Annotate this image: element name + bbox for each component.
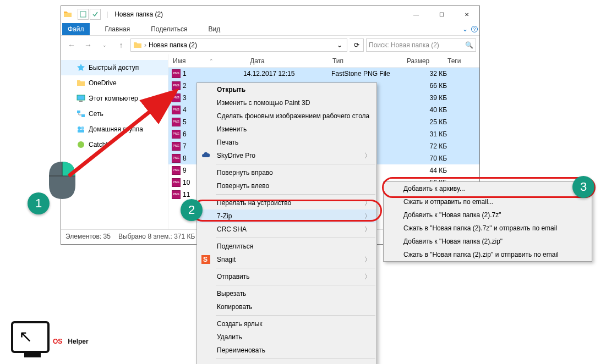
refresh-button[interactable]: ⟳ — [350, 38, 364, 52]
menu-item[interactable]: Повернуть влево — [197, 179, 376, 192]
submenu-item-label: Добавить к архиву... — [403, 185, 465, 192]
menu-item[interactable]: Свойства — [197, 361, 376, 364]
context-submenu-7zip: Добавить к архиву...Сжать и отправить по… — [383, 181, 592, 262]
address-bar[interactable]: › Новая папка (2) ⌄ — [130, 38, 347, 52]
menu-separator — [216, 164, 375, 164]
back-button[interactable]: ← — [64, 38, 79, 52]
submenu-item[interactable]: Добавить к "Новая папка (2).7z" — [384, 208, 592, 222]
menu-item-label: Повернуть вправо — [217, 169, 273, 177]
menu-item[interactable]: Изменить — [197, 123, 376, 136]
menu-item[interactable]: Открыть — [197, 83, 376, 96]
logo-cursor-icon: ↖ — [19, 327, 32, 346]
menu-item[interactable]: CRC SHA〉 — [197, 223, 376, 236]
menu-item-label: Открыть — [217, 86, 245, 93]
menu-item[interactable]: Повернуть вправо — [197, 166, 376, 179]
menu-item[interactable]: Удалить — [197, 330, 376, 344]
sidebar-item[interactable]: Этот компьютер — [61, 91, 168, 106]
menu-item[interactable]: Отправить〉 — [197, 270, 376, 283]
tab-share[interactable]: Поделиться — [145, 23, 193, 35]
sidebar-item-label: Этот компьютер — [89, 95, 138, 102]
net-icon — [77, 109, 85, 118]
menu-item-label: Переименовать — [217, 346, 265, 354]
col-tags[interactable]: Теги — [443, 57, 465, 65]
menu-item[interactable]: Создать ярлык — [197, 317, 376, 330]
breadcrumb-folder[interactable]: Новая папка (2) — [149, 41, 197, 49]
menu-item[interactable]: Изменить с помощью Paint 3D — [197, 96, 376, 109]
menu-item[interactable]: SkyDrive Pro〉 — [197, 149, 376, 162]
png-file-icon — [172, 93, 181, 102]
submenu-item-label: Сжать в "Новая папка (2).7z" и отправить… — [403, 224, 557, 232]
menu-item[interactable]: 7-Zip〉 — [197, 209, 376, 223]
submenu-item[interactable]: Добавить к "Новая папка (2).zip" — [384, 235, 592, 248]
menu-separator — [216, 359, 375, 359]
submenu-item-label: Добавить к "Новая папка (2).zip" — [403, 238, 503, 245]
svg-text:S: S — [203, 256, 208, 263]
submenu-item[interactable]: Сжать в "Новая папка (2).zip" и отправит… — [384, 248, 592, 261]
tab-home[interactable]: Главная — [100, 23, 136, 35]
sidebar-item[interactable]: Catch! — [61, 137, 168, 152]
submenu-item[interactable]: Сжать и отправить по email... — [384, 195, 592, 208]
png-file-icon — [172, 69, 181, 78]
submenu-item-label: Добавить к "Новая папка (2).7z" — [403, 211, 501, 219]
col-date[interactable]: Дата — [245, 57, 328, 65]
sidebar-item[interactable]: OneDrive — [61, 75, 168, 91]
submenu-arrow-icon: 〉 — [364, 255, 371, 264]
recent-dropdown[interactable]: ⌄ — [97, 38, 112, 52]
menu-item[interactable]: Переименовать — [197, 344, 376, 357]
menu-item[interactable]: Сделать фоновым изображением рабочего ст… — [197, 109, 376, 123]
address-drop-icon[interactable]: ⌄ — [337, 41, 345, 49]
svg-rect-1 — [77, 95, 85, 100]
menu-item-label: Сделать фоновым изображением рабочего ст… — [217, 112, 369, 120]
png-file-icon — [172, 166, 181, 175]
sidebar-item[interactable]: Быстрый доступ — [61, 60, 168, 75]
tab-file[interactable]: Файл — [62, 23, 90, 35]
window-title: Новая папка (2) — [114, 10, 163, 18]
menu-item[interactable]: Поделиться — [197, 240, 376, 253]
minimize-button[interactable]: — — [403, 6, 429, 23]
submenu-item-label: Сжать и отправить по email... — [403, 198, 494, 206]
file-type: FastStone PNG File — [331, 70, 408, 78]
png-file-icon — [172, 142, 181, 151]
png-file-icon — [172, 106, 181, 114]
svg-rect-0 — [80, 12, 86, 17]
file-row[interactable]: 114.12.2017 12:15FastStone PNG File32 КБ — [168, 68, 479, 80]
sidebar-item[interactable]: Сеть — [61, 106, 168, 122]
nav-pane: Быстрый доступOneDriveЭтот компьютерСеть… — [61, 54, 168, 229]
pc-icon — [77, 94, 85, 103]
maximize-button[interactable]: ☐ — [429, 6, 454, 23]
submenu-item[interactable]: Сжать в "Новая папка (2).7z" и отправить… — [384, 222, 592, 235]
submenu-item[interactable]: Добавить к архиву... — [384, 182, 592, 195]
submenu-arrow-icon: 〉 — [364, 225, 371, 234]
close-button[interactable]: ✕ — [454, 6, 479, 23]
png-file-icon — [172, 190, 181, 199]
logo: ↖ OS Helper — [11, 321, 89, 353]
menu-item[interactable]: Перелать на устройство〉 — [197, 196, 376, 209]
menu-item[interactable]: Вырезать — [197, 287, 376, 300]
svg-rect-4 — [81, 114, 85, 117]
home-icon — [77, 125, 85, 134]
sidebar-item[interactable]: Домашняя группа — [61, 122, 168, 137]
search-icon: 🔍 — [465, 41, 473, 49]
menu-item-label: Копировать — [217, 303, 253, 311]
file-size: 40 КБ — [408, 106, 447, 114]
col-size[interactable]: Размер — [402, 57, 443, 65]
qat-separator: | — [106, 10, 108, 18]
col-type[interactable]: Тип — [328, 57, 402, 65]
search-box[interactable]: Поиск: Новая папка (2) 🔍 — [366, 38, 476, 52]
file-size: 31 КБ — [408, 130, 447, 138]
forward-button[interactable]: → — [81, 38, 95, 52]
ribbon-expand-icon[interactable]: ⌄ ? — [461, 25, 479, 33]
annotation-marker-1: 1 — [28, 192, 50, 214]
menu-item[interactable]: Печать — [197, 136, 376, 149]
quick-access-toolbar — [74, 9, 104, 20]
menu-item[interactable]: SSnagit〉 — [197, 253, 376, 266]
col-name[interactable]: Имя — [168, 57, 241, 65]
up-button[interactable]: ↑ — [114, 38, 128, 52]
qat-new-icon[interactable] — [90, 9, 101, 20]
menu-separator — [216, 285, 375, 285]
qat-properties-icon[interactable] — [78, 9, 89, 20]
png-file-icon — [172, 118, 181, 126]
menu-item[interactable]: Копировать — [197, 300, 376, 313]
tab-view[interactable]: Вид — [203, 23, 226, 35]
sidebar-item-label: Домашняя группа — [89, 125, 143, 133]
